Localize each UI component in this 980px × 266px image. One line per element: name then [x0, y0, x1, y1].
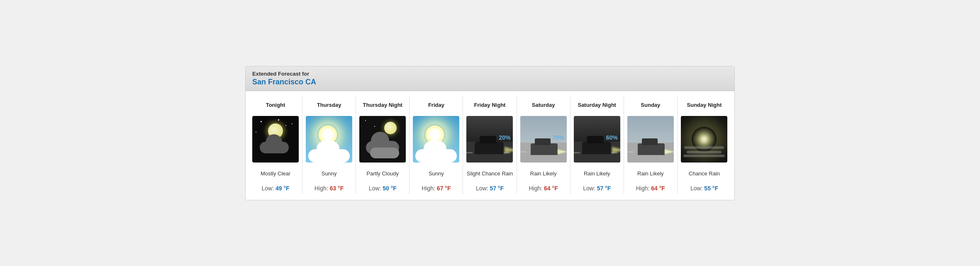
day-name-5: Saturday: [532, 98, 555, 113]
temp-3: High: 67 °F: [422, 185, 451, 192]
forecast-day-7: Sunday Rain LikelyHigh: 64 °F: [624, 95, 678, 194]
location: San Francisco CA: [252, 78, 728, 86]
forecast-day-1: Thursday SunnyHigh: 63 °F: [302, 95, 356, 194]
forecast-grid: Tonight Mostly ClearLow: 49 °FThursday S…: [246, 91, 734, 200]
day-name-3: Friday: [428, 98, 444, 113]
temp-label-5: High:: [529, 185, 544, 192]
forecast-day-3: Friday SunnyHigh: 67 °F: [410, 95, 463, 194]
temp-value-7: 64 °F: [651, 185, 665, 192]
temp-label-0: Low:: [262, 185, 275, 192]
temp-label-7: High:: [636, 185, 651, 192]
temp-value-3: 67 °F: [437, 185, 451, 192]
weather-icon-2: [359, 116, 406, 163]
day-name-7: Sunday: [641, 98, 660, 113]
day-name-6: Saturday Night: [578, 98, 616, 113]
temp-label-1: High:: [314, 185, 330, 192]
forecast-day-2: Thursday Night Partly CloudyLow: 50 °F: [356, 95, 410, 194]
temp-label-6: Low:: [583, 185, 597, 192]
temp-8: Low: 55 °F: [690, 185, 718, 192]
temp-label-2: Low:: [369, 185, 383, 192]
temp-value-5: 64 °F: [544, 185, 558, 192]
condition-5: Rain Likely: [529, 166, 558, 182]
weather-icon-7: [627, 116, 674, 163]
temp-value-4: 57 °F: [490, 185, 504, 192]
weather-icon-1: [306, 116, 352, 163]
condition-1: Sunny: [321, 166, 338, 182]
temp-2: Low: 50 °F: [369, 185, 397, 192]
condition-3: Sunny: [428, 166, 445, 182]
temp-5: High: 64 °F: [529, 185, 558, 192]
temp-value-1: 63 °F: [330, 185, 344, 192]
day-name-0: Tonight: [266, 98, 285, 113]
forecast-container: Extended Forecast for San Francisco CA T…: [245, 66, 735, 200]
temp-value-6: 57 °F: [597, 185, 611, 192]
weather-icon-5: 70%: [520, 116, 567, 163]
temp-7: High: 64 °F: [636, 185, 665, 192]
condition-0: Mostly Clear: [260, 166, 291, 182]
forecast-day-0: Tonight Mostly ClearLow: 49 °F: [249, 95, 302, 194]
day-name-8: Sunday Night: [687, 98, 722, 113]
weather-icon-0: [252, 116, 299, 163]
weather-icon-3: [413, 116, 459, 163]
day-name-2: Thursday Night: [363, 98, 402, 113]
weather-icon-6: 60%: [574, 116, 620, 163]
condition-2: Partly Cloudy: [366, 166, 400, 182]
temp-label-8: Low:: [690, 185, 704, 192]
day-name-1: Thursday: [317, 98, 341, 113]
temp-label-3: High:: [422, 185, 437, 192]
temp-label-4: Low:: [476, 185, 490, 192]
temp-value-0: 49 °F: [275, 185, 290, 192]
temp-value-2: 50 °F: [383, 185, 397, 192]
forecast-header: Extended Forecast for San Francisco CA: [246, 66, 734, 91]
extended-label: Extended Forecast for: [252, 71, 728, 77]
condition-8: Chance Rain: [688, 166, 721, 182]
temp-6: Low: 57 °F: [583, 185, 611, 192]
weather-icon-4: 20%: [466, 116, 513, 163]
temp-0: Low: 49 °F: [262, 185, 290, 192]
forecast-day-8: Sunday Night Chance RainLow: 55 °F: [678, 95, 731, 194]
day-name-4: Friday Night: [474, 98, 506, 113]
forecast-day-5: Saturday 70% Rain LikelyHigh: 64 °F: [517, 95, 570, 194]
temp-1: High: 63 °F: [314, 185, 344, 192]
condition-4: Slight Chance Rain: [466, 166, 514, 182]
weather-icon-8: [681, 116, 727, 163]
temp-value-8: 55 °F: [704, 185, 718, 192]
temp-4: Low: 57 °F: [476, 185, 504, 192]
condition-6: Rain Likely: [583, 166, 611, 182]
condition-7: Rain Likely: [636, 166, 665, 182]
forecast-day-4: Friday Night 20% Slight Chance RainLow: …: [463, 95, 517, 194]
forecast-day-6: Saturday Night 60% Rain LikelyLow: 57 °F: [570, 95, 624, 194]
